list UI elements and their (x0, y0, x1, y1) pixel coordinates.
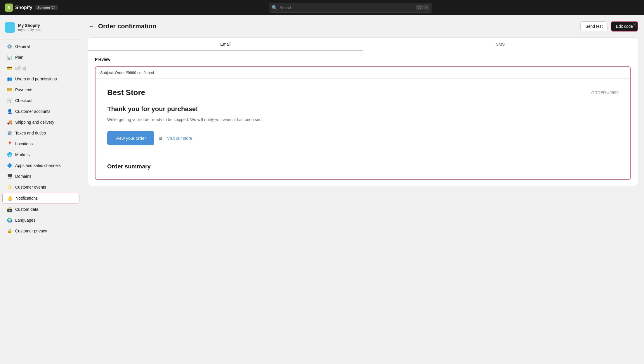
email-subject-bar: Subject: Order #9999 confirmed (96, 67, 630, 79)
shopify-logo-icon: S (5, 4, 13, 12)
store-header: My Shopify myshopify.com (0, 20, 82, 37)
sidebar-item-label: Notifications (15, 196, 38, 201)
checkout-icon: 🛒 (7, 98, 12, 103)
send-test-button[interactable]: Send test (580, 21, 607, 31)
keyboard-shortcut-hint: ⌘ K (416, 5, 429, 10)
sidebar-item-notifications[interactable]: 🔔 Notifications (2, 193, 79, 204)
k-key: K (423, 5, 429, 10)
notifications-icon: 🔔 (7, 196, 13, 201)
sidebar-item-label: Locations (15, 142, 33, 146)
email-actions: View your order or Visit our store (107, 131, 619, 145)
tab-sms[interactable]: SMS (363, 38, 638, 51)
page-header: ← Order confirmation Send test Edit code (88, 21, 638, 32)
search-bar: 🔍 ⌘ K (269, 3, 432, 13)
page-title: Order confirmation (98, 23, 156, 30)
or-text: or (159, 136, 162, 141)
sidebar-item-checkout[interactable]: 🛒 Checkout (2, 95, 79, 106)
content-area: × ← Order confirmation Send test Edit co… (82, 15, 644, 364)
sidebar-item-apps[interactable]: 🔷 Apps and sales channels (2, 160, 79, 171)
privacy-icon: 🔒 (7, 228, 12, 234)
sidebar-item-label: Checkout (15, 98, 32, 103)
shopify-logo: S shopify Summer '24 (5, 4, 58, 12)
sidebar-item-users[interactable]: 👥 Users and permissions (2, 74, 79, 84)
sidebar-item-label: Billing (15, 66, 26, 70)
search-icon: 🔍 (272, 5, 277, 11)
email-body: Best Store ORDER #9999 Thank you for you… (96, 79, 630, 179)
store-info: My Shopify myshopify.com (18, 23, 41, 32)
apps-icon: 🔷 (7, 163, 12, 168)
sidebar-item-general[interactable]: ⚙️ General (2, 41, 79, 52)
sidebar-item-taxes[interactable]: 🏛️ Taxes and duties (2, 128, 79, 138)
sidebar-item-markets[interactable]: 🌐 Markets (2, 149, 79, 160)
tab-email[interactable]: Email (88, 38, 363, 51)
sidebar-item-shipping[interactable]: 🚚 Shipping and delivery (2, 117, 79, 127)
header-actions: Send test Edit code (580, 21, 638, 32)
taxes-icon: 🏛️ (7, 130, 12, 136)
sidebar-item-label: Languages (15, 218, 35, 222)
sidebar-item-label: Plan (15, 55, 23, 60)
view-order-button[interactable]: View your order (107, 131, 154, 145)
languages-icon: 🌍 (7, 218, 12, 223)
general-icon: ⚙️ (7, 44, 12, 49)
sidebar-item-label: Taxes and duties (15, 131, 46, 135)
sidebar-divider (0, 39, 82, 39)
sidebar-item-privacy[interactable]: 🔒 Customer privacy (2, 226, 79, 236)
email-order-summary-label: Order summary (107, 157, 619, 170)
sidebar-item-label: Payments (15, 87, 33, 92)
main-layout: My Shopify myshopify.com ⚙️ General 📊 Pl… (0, 15, 644, 364)
email-order-number: ORDER #9999 (591, 90, 619, 95)
sidebar-item-label: Customer privacy (15, 229, 47, 233)
sidebar-item-label: Custom data (15, 207, 38, 212)
store-name: My Shopify (18, 23, 41, 28)
customer-accounts-icon: 👤 (7, 109, 12, 114)
sidebar-item-label: Markets (15, 152, 30, 157)
sidebar-item-label: Apps and sales channels (15, 163, 61, 168)
locations-icon: 📍 (7, 141, 12, 146)
sidebar-item-locations[interactable]: 📍 Locations (2, 139, 79, 149)
shopify-wordmark: shopify (15, 5, 32, 10)
sidebar-item-payments[interactable]: 💳 Payments (2, 84, 79, 95)
sidebar-item-label: Customer events (15, 185, 46, 189)
page-title-area: ← Order confirmation (88, 22, 156, 31)
email-thank-you-heading: Thank you for your purchase! (107, 105, 619, 113)
top-navigation: S shopify Summer '24 🔍 ⌘ K (0, 0, 644, 15)
sidebar-item-customer-accounts[interactable]: 👤 Customer accounts (2, 106, 79, 117)
markets-icon: 🌐 (7, 152, 12, 157)
sidebar-item-label: Shipping and delivery (15, 120, 54, 125)
shipping-icon: 🚚 (7, 120, 12, 125)
search-input[interactable] (269, 3, 432, 13)
customer-events-icon: ✨ (7, 184, 12, 190)
preview-section: Preview Subject: Order #9999 confirmed B… (88, 51, 638, 186)
sidebar-item-label: General (15, 44, 30, 49)
preview-label: Preview (95, 57, 631, 62)
summer-badge: Summer '24 (35, 5, 58, 10)
preview-card: Email SMS Preview Subject: Order #9999 c… (88, 37, 638, 186)
tabs: Email SMS (88, 38, 638, 51)
email-store-name: Best Store (107, 88, 145, 97)
sidebar-item-plan[interactable]: 📊 Plan (2, 52, 79, 63)
billing-icon: 💳 (7, 65, 12, 71)
users-icon: 👥 (7, 76, 12, 82)
store-icon (5, 22, 15, 33)
sidebar-item-languages[interactable]: 🌍 Languages (2, 215, 79, 225)
email-header-row: Best Store ORDER #9999 (107, 88, 619, 97)
sidebar-item-customer-events[interactable]: ✨ Customer events (2, 182, 79, 192)
sidebar-item-billing: 💳 Billing (2, 63, 79, 73)
close-button[interactable]: × (630, 20, 639, 29)
sidebar-item-label: Domains (15, 174, 31, 179)
sidebar-item-label: Customer accounts (15, 109, 51, 114)
plan-icon: 📊 (7, 55, 12, 60)
payments-icon: 💳 (7, 87, 12, 92)
store-url: myshopify.com (18, 28, 41, 32)
domains-icon: 🖥️ (7, 174, 12, 179)
cmd-key: ⌘ (416, 5, 423, 10)
sidebar-item-label: Users and permissions (15, 77, 57, 81)
custom-data-icon: 🗃️ (7, 207, 12, 212)
email-preview-box: Subject: Order #9999 confirmed Best Stor… (95, 66, 631, 180)
back-button[interactable]: ← (88, 22, 95, 31)
sidebar-item-custom-data[interactable]: 🗃️ Custom data (2, 204, 79, 215)
sidebar-item-domains[interactable]: 🖥️ Domains (2, 171, 79, 182)
email-description: We're getting your order ready to be shi… (107, 116, 619, 123)
visit-store-link[interactable]: Visit our store (167, 136, 192, 141)
sidebar: My Shopify myshopify.com ⚙️ General 📊 Pl… (0, 15, 82, 364)
